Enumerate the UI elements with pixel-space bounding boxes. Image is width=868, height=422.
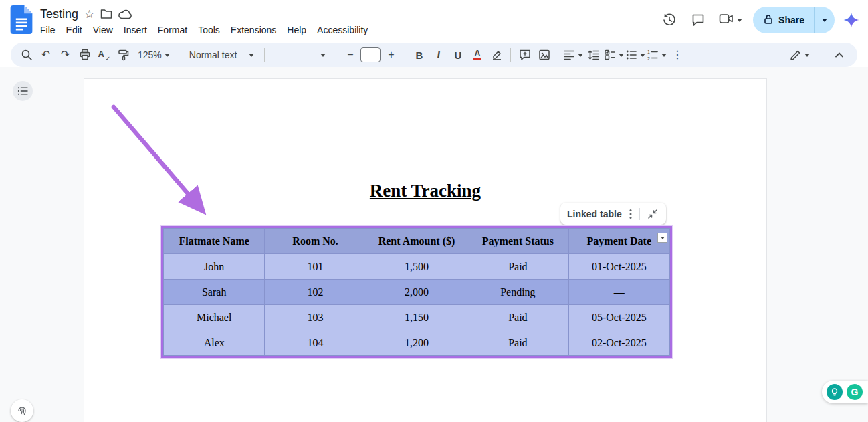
document-page[interactable]: Rent Tracking Linked table Flatmate Name bbox=[84, 78, 767, 422]
table-cell[interactable]: — bbox=[568, 280, 669, 305]
text-color-button[interactable]: A bbox=[468, 46, 486, 64]
underline-button[interactable]: U bbox=[449, 46, 467, 64]
table-header-cell[interactable]: Rent Amount ($) bbox=[366, 229, 467, 254]
document-title[interactable]: Testing bbox=[40, 7, 78, 21]
chip-collapse-button[interactable] bbox=[646, 207, 659, 221]
paragraph-style-dropdown[interactable]: Normal text bbox=[184, 46, 260, 64]
chevron-down-icon bbox=[804, 54, 810, 57]
table-row: Sarah 102 2,000 Pending — bbox=[164, 280, 670, 305]
lock-icon bbox=[764, 14, 773, 27]
bold-button[interactable]: B bbox=[410, 46, 428, 64]
table-cell[interactable]: 1,500 bbox=[366, 254, 467, 280]
table-cell[interactable]: 1,150 bbox=[366, 305, 467, 330]
editing-mode-dropdown[interactable] bbox=[790, 46, 810, 64]
version-history-button[interactable] bbox=[659, 9, 680, 31]
move-folder-icon[interactable] bbox=[100, 9, 112, 19]
paint-format-button[interactable] bbox=[114, 46, 132, 64]
document-workspace: Rent Tracking Linked table Flatmate Name bbox=[0, 67, 868, 422]
meet-button[interactable] bbox=[716, 11, 745, 29]
table-cell[interactable]: John bbox=[164, 254, 265, 280]
text-color-swatch bbox=[473, 58, 481, 60]
line-spacing-button[interactable] bbox=[584, 46, 603, 64]
font-family-dropdown[interactable] bbox=[269, 46, 331, 64]
table-cell[interactable]: Paid bbox=[467, 254, 568, 280]
table-cell[interactable]: Paid bbox=[467, 305, 568, 330]
table-cell[interactable]: Alex bbox=[164, 330, 265, 356]
numbered-list-dropdown[interactable]: 12 bbox=[647, 46, 667, 64]
grammarly-dock: G bbox=[822, 381, 868, 403]
chip-divider bbox=[639, 208, 640, 220]
menu-extensions[interactable]: Extensions bbox=[225, 23, 282, 37]
menu-help[interactable]: Help bbox=[282, 23, 312, 37]
document-heading[interactable]: Rent Tracking bbox=[84, 181, 766, 201]
table-cell[interactable]: Paid bbox=[467, 330, 568, 356]
explore-button[interactable] bbox=[11, 399, 33, 422]
document-outline-button[interactable] bbox=[13, 81, 33, 101]
table-cell[interactable]: Sarah bbox=[164, 280, 265, 305]
menu-accessibility[interactable]: Accessibility bbox=[312, 23, 373, 37]
table-cell[interactable]: Pending bbox=[467, 280, 568, 305]
table-cell[interactable]: 101 bbox=[265, 254, 366, 280]
menu-format[interactable]: Format bbox=[152, 23, 193, 37]
table-header-cell[interactable]: Payment Status bbox=[467, 229, 568, 254]
font-size-increase-button[interactable]: + bbox=[382, 46, 400, 64]
table-cell[interactable]: 05-Oct-2025 bbox=[568, 305, 669, 330]
table-header-cell[interactable]: Room No. bbox=[265, 229, 366, 254]
video-camera-icon bbox=[719, 13, 734, 27]
table-cell[interactable]: 2,000 bbox=[366, 280, 467, 305]
share-label: Share bbox=[778, 15, 804, 25]
highlight-color-button[interactable] bbox=[487, 46, 506, 64]
table-header-cell[interactable]: Payment Date bbox=[568, 229, 669, 254]
table-header-cell[interactable]: Flatmate Name bbox=[164, 229, 265, 254]
comments-button[interactable] bbox=[688, 10, 708, 30]
grammarly-icon[interactable]: G bbox=[847, 384, 863, 400]
hide-menus-button[interactable] bbox=[830, 46, 848, 64]
table-cell[interactable]: 02-Oct-2025 bbox=[568, 330, 669, 356]
table-cell[interactable]: 1,200 bbox=[366, 330, 467, 356]
search-menus-button[interactable] bbox=[17, 46, 35, 64]
zoom-dropdown[interactable]: 125% bbox=[134, 46, 174, 64]
table-cell[interactable]: Michael bbox=[164, 305, 265, 330]
svg-text:2: 2 bbox=[647, 56, 650, 61]
spellcheck-button[interactable]: A✓ bbox=[95, 46, 113, 64]
table-row: John 101 1,500 Paid 01-Oct-2025 bbox=[164, 254, 670, 280]
more-formatting-button[interactable]: ⋮ bbox=[668, 46, 686, 64]
linked-table[interactable]: Flatmate Name Room No. Rent Amount ($) P… bbox=[161, 226, 672, 358]
chevron-down-icon bbox=[822, 19, 827, 22]
star-icon[interactable]: ☆ bbox=[84, 9, 94, 20]
toolbar-divider bbox=[510, 48, 511, 62]
toolbar-divider bbox=[336, 48, 336, 62]
gemini-icon[interactable] bbox=[843, 11, 860, 29]
insert-comment-button[interactable] bbox=[516, 46, 534, 64]
menu-view[interactable]: View bbox=[88, 23, 118, 37]
toolbar: ↶ ↷ A✓ 125% Normal text − + B I U A bbox=[11, 43, 857, 67]
table-cell[interactable]: 104 bbox=[265, 330, 366, 356]
menu-insert[interactable]: Insert bbox=[118, 23, 152, 37]
share-dropdown-button[interactable] bbox=[815, 7, 835, 33]
menu-tools[interactable]: Tools bbox=[193, 23, 225, 37]
table-cell[interactable]: 103 bbox=[265, 305, 366, 330]
checklist-dropdown[interactable] bbox=[604, 46, 624, 64]
undo-button[interactable]: ↶ bbox=[37, 46, 55, 64]
table-cell[interactable]: 102 bbox=[265, 280, 366, 305]
insert-image-button[interactable] bbox=[535, 46, 553, 64]
menu-file[interactable]: File bbox=[35, 23, 61, 37]
share-button[interactable]: Share bbox=[753, 7, 835, 33]
table-header-row: Flatmate Name Room No. Rent Amount ($) P… bbox=[164, 229, 670, 254]
docs-logo-icon[interactable] bbox=[10, 5, 33, 34]
print-button[interactable] bbox=[76, 46, 94, 64]
table-cell[interactable]: 01-Oct-2025 bbox=[568, 254, 669, 280]
toolbar-divider bbox=[558, 48, 558, 62]
align-dropdown[interactable] bbox=[563, 46, 583, 64]
menu-edit[interactable]: Edit bbox=[61, 23, 88, 37]
grammarly-assistant-icon[interactable] bbox=[827, 384, 843, 400]
bulleted-list-dropdown[interactable] bbox=[625, 46, 645, 64]
italic-button[interactable]: I bbox=[429, 46, 447, 64]
toolbar-divider bbox=[179, 48, 179, 62]
font-size-input[interactable] bbox=[360, 47, 381, 62]
table-options-button[interactable] bbox=[657, 233, 667, 243]
chip-more-options-button[interactable] bbox=[628, 207, 633, 221]
redo-button[interactable]: ↷ bbox=[56, 46, 74, 64]
font-size-decrease-button[interactable]: − bbox=[341, 46, 359, 64]
cloud-status-icon[interactable] bbox=[118, 9, 132, 19]
